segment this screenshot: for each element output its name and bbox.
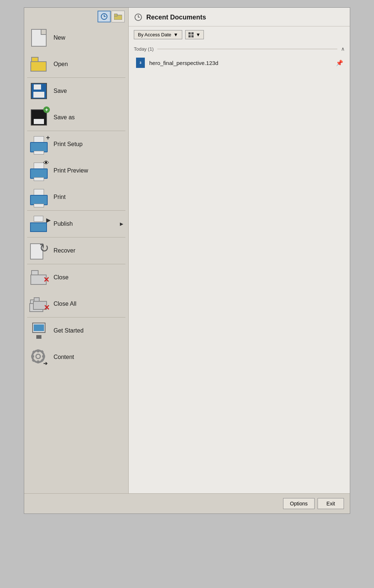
print-icon [29,188,48,207]
svg-rect-4 [114,14,117,16]
get-started-icon [29,321,48,340]
folder-browse-icon [114,13,122,20]
print-preview-label: Print Preview [54,167,88,174]
bottom-bar: Options Exit [24,493,350,513]
publish-submenu-arrow: ▶ [120,221,123,226]
recover-label: Recover [54,247,76,254]
sidebar-item-get-started[interactable]: Get Started [24,317,128,344]
svg-rect-7 [37,349,39,352]
sidebar-item-open[interactable]: Open [24,51,128,77]
main-content: New Open [24,8,350,493]
panel-header: Recent Documents [129,8,350,26]
sort-arrow-icon: ▼ [173,32,178,37]
open-folder-icon [29,55,48,74]
sidebar-item-save[interactable]: Save [24,78,128,104]
sidebar-item-print[interactable]: Print [24,184,128,210]
sidebar-item-save-as[interactable]: + Save as [24,104,128,131]
sidebar-item-publish[interactable]: ▶ Publish ▶ [24,211,128,237]
section-today-header: Today (1) ∧ [129,43,350,55]
panel-toolbar: By Access Date ▼ ▼ [129,26,350,43]
svg-point-6 [36,354,40,359]
print-setup-label: Print Setup [54,141,82,148]
close-icon: ✕ [29,268,48,287]
save-as-icon: + [29,108,48,127]
publish-icon: ▶ [29,214,48,233]
svg-rect-22 [191,35,194,37]
recent-files-button[interactable] [98,11,111,22]
recent-docs-icon [134,13,143,22]
content-label: Content [54,354,74,360]
panel-title: Recent Documents [146,14,206,21]
content-icon: ➔ [29,348,48,367]
browse-files-button[interactable] [111,11,125,22]
sidebar-item-content[interactable]: ➔ Content [24,344,128,370]
sidebar: New Open [24,8,129,493]
sidebar-item-close[interactable]: ✕ Close [24,264,128,291]
file-item[interactable]: 3 hero_final_perspective.123d 📌 [129,55,350,71]
open-label: Open [54,61,68,68]
save-as-label: Save as [54,114,75,121]
print-preview-icon: 👁 [29,161,48,180]
svg-rect-21 [188,35,191,37]
right-panel: Recent Documents By Access Date ▼ ▼ [129,8,350,493]
section-today-label: Today (1) [134,46,154,52]
get-started-label: Get Started [54,327,84,334]
sidebar-item-recover[interactable]: ↻ Recover [24,237,128,264]
save-label: Save [54,88,67,94]
exit-button[interactable]: Exit [318,498,344,509]
options-button[interactable]: Options [283,498,315,509]
view-arrow-icon: ▼ [196,32,201,37]
close-all-label: Close All [54,301,76,307]
sidebar-item-print-preview[interactable]: 👁 Print Preview [24,157,128,184]
svg-rect-19 [188,32,191,35]
sidebar-top-icons [24,8,128,25]
view-toggle[interactable]: ▼ [185,30,204,39]
section-collapse-button[interactable]: ∧ [341,46,345,52]
save-icon [29,81,48,101]
sort-label: By Access Date [138,32,171,37]
sidebar-item-print-setup[interactable]: + Print Setup [24,131,128,157]
close-all-icon: ✕ [29,294,48,313]
print-label: Print [54,194,66,200]
new-doc-icon [29,28,48,47]
sidebar-item-new[interactable]: New [24,25,128,51]
app-window: New Open [24,7,350,514]
gear-svg: ➔ [30,348,48,366]
sidebar-item-close-all[interactable]: ✕ Close All [24,291,128,317]
svg-rect-9 [31,355,34,357]
svg-rect-10 [42,355,45,357]
grid-view-icon [188,32,194,37]
recover-icon: ↻ [29,241,48,260]
clock-icon [100,13,108,20]
new-label: New [54,35,65,41]
print-setup-icon: + [29,135,48,154]
file-123d-icon: 3 [135,58,146,68]
publish-label: Publish [54,221,73,227]
sort-dropdown[interactable]: By Access Date ▼ [134,30,182,39]
svg-text:➔: ➔ [43,360,48,366]
svg-rect-20 [191,32,194,35]
close-label: Close [54,274,69,281]
svg-rect-8 [37,360,39,363]
pin-button[interactable]: 📌 [336,59,343,66]
file-name: hero_final_perspective.123d [149,60,332,66]
section-line [157,49,337,49]
